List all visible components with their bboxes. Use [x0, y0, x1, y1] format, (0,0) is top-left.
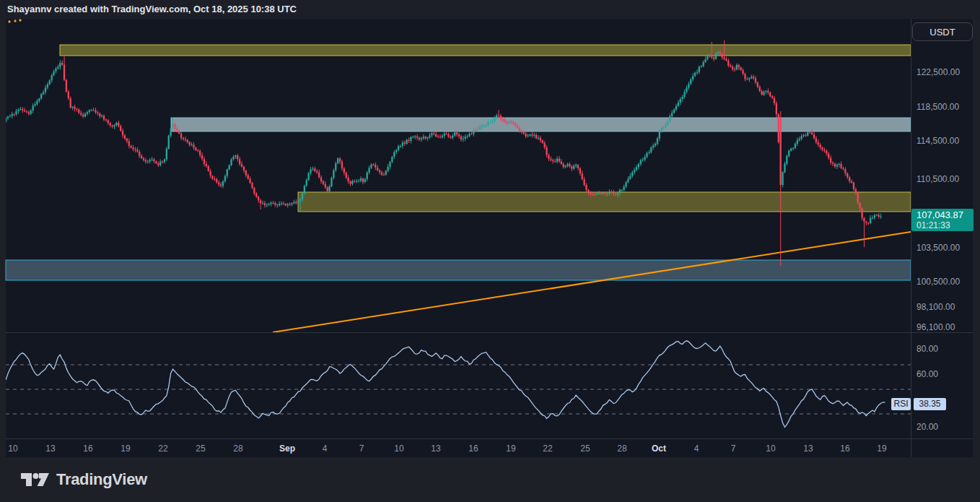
time-tick-label: Sep [279, 443, 295, 454]
time-tick-label: 10 [394, 443, 403, 454]
time-tick-label: 16 [468, 443, 478, 454]
time-tick-label: 25 [196, 443, 205, 454]
time-tick-label: 4 [694, 443, 699, 454]
time-tick-label: 22 [543, 443, 552, 454]
rsi-value-badge: 38.35 [914, 398, 946, 410]
time-tick-label: 10 [766, 443, 775, 454]
price-tick-label: 100,500.00 [916, 276, 960, 287]
supply-zone-mid [171, 118, 911, 131]
last-price-value: 107,043.87 [916, 210, 974, 220]
price-tick-label: 122,500.00 [916, 66, 960, 78]
time-tick-label: 28 [233, 443, 242, 454]
time-tick-label: Oct [652, 443, 666, 454]
time-tick-label: 16 [840, 443, 849, 454]
price-tick-label: 118,500.00 [916, 101, 959, 113]
time-tick-label: 19 [877, 443, 886, 454]
time-tick-label: 7 [359, 443, 364, 454]
price-tick-label: 98,100.00 [916, 301, 955, 313]
time-tick-label: 10 [8, 443, 17, 454]
drawing-anchor-dot [14, 20, 16, 22]
attribution-bar: Shayannv created with TradingView.com, O… [0, 0, 980, 19]
footer-bar: TradingView [0, 457, 980, 502]
tradingview-logo-icon[interactable] [20, 469, 49, 490]
symbol-chip-label: USDT [929, 27, 955, 38]
time-tick-label: 4 [323, 443, 328, 454]
resistance-zone-upper [60, 45, 911, 56]
price-tick-label: 110,500.00 [916, 173, 959, 185]
price-tick-label: 114,500.00 [916, 135, 959, 147]
price-tick-label: 96,100.00 [916, 321, 955, 333]
time-tick-label: 13 [45, 443, 55, 454]
price-tick-label: 103,500.00 [916, 242, 960, 254]
time-tick-label: 25 [580, 443, 590, 454]
time-tick-label: 28 [617, 443, 626, 454]
time-tick-label: 7 [731, 443, 736, 454]
support-zone-mid [298, 192, 911, 212]
drawing-anchor-dot [19, 19, 21, 21]
price-tick-label: 80.00 [916, 343, 938, 355]
demand-zone-lower [6, 260, 911, 280]
time-tick-label: 13 [803, 443, 813, 454]
time-tick-label: 19 [506, 443, 515, 454]
tradingview-wordmark: TradingView [56, 470, 147, 489]
bar-countdown: 01:21:33 [916, 220, 974, 230]
time-tick-label: 13 [431, 443, 440, 454]
time-tick-label: 19 [121, 443, 130, 454]
drawing-anchor-dot [8, 20, 10, 22]
chart-background [6, 19, 973, 457]
last-price-badge: 107,043.87 01:21:33 [911, 209, 974, 231]
symbol-chip[interactable]: USDT [912, 22, 973, 41]
attribution-text: Shayannv created with TradingView.com, O… [7, 4, 297, 14]
price-tick-label: 60.00 [916, 368, 938, 380]
time-tick-label: 22 [158, 443, 167, 454]
time-tick-label: 16 [83, 443, 92, 454]
rsi-label-chip: RSI [891, 398, 911, 410]
price-tick-label: 20.00 [916, 421, 938, 433]
chart-canvas[interactable] [0, 0, 980, 457]
